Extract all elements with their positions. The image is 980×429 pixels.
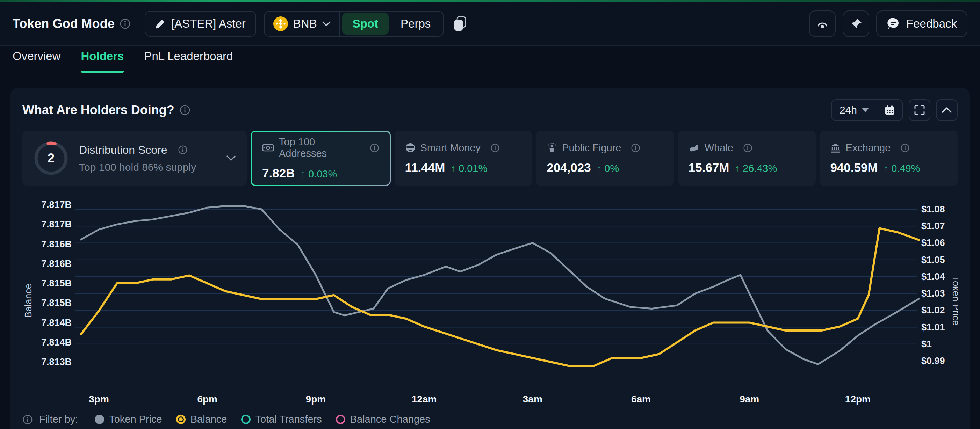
info-icon[interactable] [179, 105, 191, 116]
svg-text:9am: 9am [740, 394, 759, 405]
chain-market-group: BNB Spot Perps [264, 11, 444, 37]
chain-name: BNB [293, 17, 317, 30]
bank-icon [830, 143, 840, 153]
svg-text:7.813B: 7.813B [41, 357, 72, 367]
svg-text:7.814B: 7.814B [41, 318, 72, 328]
info-icon[interactable] [743, 143, 752, 153]
balance-marker-icon [176, 415, 186, 424]
calendar-button[interactable] [877, 105, 902, 116]
fullscreen-icon [913, 104, 926, 116]
token-price-marker-icon [95, 415, 104, 424]
app-title: Token God Mode [13, 16, 115, 31]
svg-text:$1.05: $1.05 [921, 255, 945, 265]
balance-changes-marker-icon [336, 415, 345, 424]
fullscreen-button[interactable] [909, 99, 931, 121]
info-icon[interactable] [178, 145, 188, 155]
holders-panel: What Are Holders Doing? 24h [11, 88, 969, 429]
card-label: Exchange [845, 142, 891, 154]
whale-icon [689, 143, 700, 153]
legend-item-label: Balance [191, 414, 227, 425]
svg-text:7.817B: 7.817B [41, 219, 72, 229]
time-range-value: 24h [840, 104, 857, 116]
chat-bubble-icon [887, 17, 900, 31]
time-range-dropdown[interactable]: 24h [832, 104, 877, 116]
holders-chart[interactable]: 7.817B7.817B7.816B7.816B7.815B7.815B7.81… [22, 198, 958, 412]
public-figure-icon [547, 143, 557, 153]
svg-text:$1.02: $1.02 [921, 305, 945, 315]
market-tab-spot[interactable]: Spot [342, 13, 389, 35]
svg-text:Token Price: Token Price [951, 276, 958, 325]
legend-item-label: Balance Changes [350, 414, 430, 425]
svg-text:$1.01: $1.01 [921, 322, 945, 332]
card-value: 940.59M [830, 161, 878, 175]
tab-pnl-leaderboard[interactable]: PnL Leaderboard [144, 49, 233, 73]
chevron-up-icon [941, 106, 952, 114]
info-icon[interactable] [370, 143, 379, 153]
card-top-100-addresses[interactable]: Top 100 Addresses 7.82B ↑ 0.03% [251, 131, 391, 186]
legend-label: Filter by: [39, 414, 78, 425]
collapse-button[interactable] [936, 99, 958, 121]
chevron-down-icon[interactable] [226, 155, 236, 162]
legend-item-total-transfers[interactable]: Total Transfers [241, 414, 322, 425]
total-transfers-marker-icon [241, 415, 251, 424]
token-name: [ASTER] Aster [171, 17, 246, 30]
card-label: Distribution Score [79, 144, 167, 157]
card-public-figure[interactable]: Public Figure 204,023 ↑ 0% [536, 131, 674, 186]
stat-cards-row: 2 Distribution Score Top 100 hold 86% su… [22, 131, 958, 186]
info-icon[interactable] [900, 143, 910, 153]
tab-holders[interactable]: Holders [81, 49, 124, 73]
card-value: 7.82B [262, 166, 294, 180]
svg-text:$1: $1 [921, 339, 932, 350]
chart-legend: Filter by: Token Price Balance Total Tra… [22, 414, 958, 425]
svg-text:9pm: 9pm [306, 394, 326, 405]
card-label: Smart Money [420, 142, 480, 154]
svg-text:6am: 6am [631, 394, 651, 405]
card-subtitle: Top 100 hold 86% supply [79, 161, 216, 173]
tab-overview[interactable]: Overview [13, 49, 61, 73]
info-icon[interactable] [490, 143, 500, 153]
line-chart[interactable]: 7.817B7.817B7.816B7.816B7.815B7.815B7.81… [22, 198, 958, 412]
svg-text:7.817B: 7.817B [41, 200, 72, 210]
card-smart-money[interactable]: Smart Money 11.44M ↑ 0.01% [395, 131, 533, 186]
card-change: ↑ 26.43% [735, 163, 777, 174]
copy-icon[interactable] [453, 16, 468, 32]
card-exchange[interactable]: Exchange 940.59M ↑ 0.49% [819, 131, 958, 186]
card-distribution-score[interactable]: 2 Distribution Score Top 100 hold 86% su… [22, 131, 247, 186]
card-change: ↑ 0% [597, 163, 619, 174]
svg-text:$1.03: $1.03 [921, 288, 945, 299]
svg-text:7.815B: 7.815B [41, 298, 72, 308]
card-label: Whale [705, 142, 733, 154]
card-change: ↑ 0.49% [883, 163, 920, 174]
distribution-score-gauge: 2 [33, 140, 69, 176]
svg-text:3pm: 3pm [89, 394, 109, 405]
card-label: Top 100 Addresses [279, 136, 360, 159]
svg-text:$1.07: $1.07 [921, 221, 945, 231]
card-value: 204,023 [547, 161, 591, 175]
card-whale[interactable]: Whale 15.67M ↑ 26.43% [678, 131, 816, 186]
info-icon[interactable] [631, 143, 640, 153]
feedback-button[interactable]: Feedback [876, 11, 967, 37]
legend-item-token-price[interactable]: Token Price [95, 414, 162, 425]
chevron-down-icon [322, 21, 331, 27]
token-selector[interactable]: [ASTER] Aster [145, 11, 256, 37]
info-icon[interactable] [119, 18, 131, 29]
page-tabs: Overview Holders PnL Leaderboard [0, 46, 980, 73]
svg-text:7.816B: 7.816B [41, 259, 72, 269]
pin-button[interactable] [843, 11, 869, 37]
legend-item-balance[interactable]: Balance [176, 414, 227, 425]
card-value: 11.44M [405, 161, 445, 175]
info-icon[interactable] [22, 414, 33, 425]
svg-text:$1.06: $1.06 [921, 238, 945, 248]
distribution-score-value: 2 [33, 140, 69, 176]
svg-text:12pm: 12pm [845, 394, 870, 405]
legend-item-balance-changes[interactable]: Balance Changes [336, 414, 430, 425]
chain-select[interactable]: BNB [264, 11, 339, 36]
market-tab-perps[interactable]: Perps [390, 13, 441, 35]
svg-text:3am: 3am [523, 394, 542, 405]
smart-money-icon [405, 143, 415, 153]
pin-icon [849, 17, 862, 30]
svg-text:$1.04: $1.04 [921, 272, 945, 282]
app-header: Token God Mode [ASTER] Aster [0, 2, 980, 46]
insight-button[interactable] [809, 11, 836, 37]
page: Token God Mode [ASTER] Aster [0, 0, 980, 429]
